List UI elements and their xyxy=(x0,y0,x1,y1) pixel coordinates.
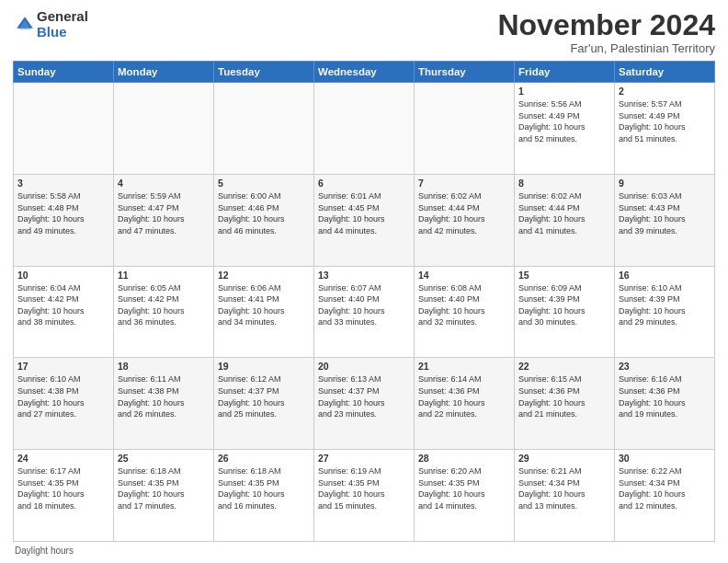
calendar-cell: 11Sunrise: 6:05 AM Sunset: 4:42 PM Dayli… xyxy=(114,266,214,358)
calendar-cell: 12Sunrise: 6:06 AM Sunset: 4:41 PM Dayli… xyxy=(214,266,314,358)
calendar-day-header: Monday xyxy=(114,62,214,83)
day-number: 16 xyxy=(619,270,711,281)
day-number: 20 xyxy=(318,361,410,372)
day-number: 10 xyxy=(17,270,109,281)
day-number: 2 xyxy=(619,86,711,97)
logo-blue: Blue xyxy=(37,25,88,40)
day-info: Sunrise: 6:08 AM Sunset: 4:40 PM Dayligh… xyxy=(418,282,510,328)
day-number: 17 xyxy=(17,361,109,372)
calendar-day-header: Tuesday xyxy=(214,62,314,83)
page: General Blue November 2024 Far'un, Pales… xyxy=(0,0,728,563)
day-number: 26 xyxy=(218,453,310,464)
calendar-cell: 27Sunrise: 6:19 AM Sunset: 4:35 PM Dayli… xyxy=(314,450,415,542)
day-info: Sunrise: 6:17 AM Sunset: 4:35 PM Dayligh… xyxy=(17,465,109,511)
day-info: Sunrise: 5:59 AM Sunset: 4:47 PM Dayligh… xyxy=(118,190,210,236)
logo-general: General xyxy=(37,9,88,25)
calendar-cell: 9Sunrise: 6:03 AM Sunset: 4:43 PM Daylig… xyxy=(615,174,715,266)
calendar-cell: 30Sunrise: 6:22 AM Sunset: 4:34 PM Dayli… xyxy=(615,450,715,542)
day-info: Sunrise: 6:10 AM Sunset: 4:39 PM Dayligh… xyxy=(619,282,711,328)
day-number: 25 xyxy=(118,453,210,464)
day-number: 5 xyxy=(218,178,310,189)
day-number: 13 xyxy=(318,270,410,281)
calendar-day-header: Thursday xyxy=(415,62,515,83)
day-number: 7 xyxy=(418,178,510,189)
calendar-cell: 26Sunrise: 6:18 AM Sunset: 4:35 PM Dayli… xyxy=(214,450,314,542)
day-info: Sunrise: 6:19 AM Sunset: 4:35 PM Dayligh… xyxy=(318,465,410,511)
day-info: Sunrise: 6:16 AM Sunset: 4:36 PM Dayligh… xyxy=(619,373,711,419)
day-info: Sunrise: 6:18 AM Sunset: 4:35 PM Dayligh… xyxy=(218,465,310,511)
calendar-cell: 25Sunrise: 6:18 AM Sunset: 4:35 PM Dayli… xyxy=(114,450,214,542)
day-number: 15 xyxy=(518,270,610,281)
day-info: Sunrise: 5:58 AM Sunset: 4:48 PM Dayligh… xyxy=(17,190,109,236)
calendar-cell: 15Sunrise: 6:09 AM Sunset: 4:39 PM Dayli… xyxy=(515,266,615,358)
day-info: Sunrise: 6:18 AM Sunset: 4:35 PM Dayligh… xyxy=(118,465,210,511)
calendar-week-row: 10Sunrise: 6:04 AM Sunset: 4:42 PM Dayli… xyxy=(14,266,715,358)
day-info: Sunrise: 6:09 AM Sunset: 4:39 PM Dayligh… xyxy=(518,282,610,328)
day-info: Sunrise: 6:20 AM Sunset: 4:35 PM Dayligh… xyxy=(418,465,510,511)
day-info: Sunrise: 6:13 AM Sunset: 4:37 PM Dayligh… xyxy=(318,373,410,419)
day-number: 28 xyxy=(418,453,510,464)
calendar-cell: 3Sunrise: 5:58 AM Sunset: 4:48 PM Daylig… xyxy=(14,174,114,266)
day-info: Sunrise: 6:05 AM Sunset: 4:42 PM Dayligh… xyxy=(118,282,210,328)
calendar-cell: 8Sunrise: 6:02 AM Sunset: 4:44 PM Daylig… xyxy=(515,174,615,266)
calendar-cell: 10Sunrise: 6:04 AM Sunset: 4:42 PM Dayli… xyxy=(14,266,114,358)
calendar-cell: 7Sunrise: 6:02 AM Sunset: 4:44 PM Daylig… xyxy=(415,174,515,266)
day-number: 24 xyxy=(17,453,109,464)
calendar-cell: 2Sunrise: 5:57 AM Sunset: 4:49 PM Daylig… xyxy=(615,83,715,175)
day-number: 12 xyxy=(218,270,310,281)
day-info: Sunrise: 5:56 AM Sunset: 4:49 PM Dayligh… xyxy=(518,98,610,144)
day-info: Sunrise: 6:15 AM Sunset: 4:36 PM Dayligh… xyxy=(518,373,610,419)
calendar-cell: 28Sunrise: 6:20 AM Sunset: 4:35 PM Dayli… xyxy=(415,450,515,542)
day-info: Sunrise: 6:06 AM Sunset: 4:41 PM Dayligh… xyxy=(218,282,310,328)
calendar-day-header: Wednesday xyxy=(314,62,415,83)
day-number: 3 xyxy=(17,178,109,189)
day-info: Sunrise: 6:02 AM Sunset: 4:44 PM Dayligh… xyxy=(418,190,510,236)
day-info: Sunrise: 6:12 AM Sunset: 4:37 PM Dayligh… xyxy=(218,373,310,419)
calendar-day-header: Saturday xyxy=(615,62,715,83)
calendar-cell: 24Sunrise: 6:17 AM Sunset: 4:35 PM Dayli… xyxy=(14,450,114,542)
calendar-cell xyxy=(14,83,114,175)
day-info: Sunrise: 6:22 AM Sunset: 4:34 PM Dayligh… xyxy=(619,465,711,511)
day-number: 18 xyxy=(118,361,210,372)
logo-text: General Blue xyxy=(37,9,88,40)
calendar-week-row: 1Sunrise: 5:56 AM Sunset: 4:49 PM Daylig… xyxy=(14,83,715,175)
calendar-cell: 13Sunrise: 6:07 AM Sunset: 4:40 PM Dayli… xyxy=(314,266,415,358)
calendar-cell: 5Sunrise: 6:00 AM Sunset: 4:46 PM Daylig… xyxy=(214,174,314,266)
day-number: 14 xyxy=(418,270,510,281)
calendar-day-header: Friday xyxy=(515,62,615,83)
day-number: 21 xyxy=(418,361,510,372)
day-number: 8 xyxy=(518,178,610,189)
day-info: Sunrise: 6:02 AM Sunset: 4:44 PM Dayligh… xyxy=(518,190,610,236)
calendar-cell xyxy=(415,83,515,175)
day-number: 30 xyxy=(619,453,711,464)
day-number: 4 xyxy=(118,178,210,189)
calendar-header-row: SundayMondayTuesdayWednesdayThursdayFrid… xyxy=(14,62,715,83)
calendar-cell xyxy=(114,83,214,175)
calendar-cell: 21Sunrise: 6:14 AM Sunset: 4:36 PM Dayli… xyxy=(415,358,515,450)
calendar-day-header: Sunday xyxy=(14,62,114,83)
calendar-week-row: 24Sunrise: 6:17 AM Sunset: 4:35 PM Dayli… xyxy=(14,450,715,542)
calendar-cell: 20Sunrise: 6:13 AM Sunset: 4:37 PM Dayli… xyxy=(314,358,415,450)
day-number: 22 xyxy=(518,361,610,372)
footer-note: Daylight hours xyxy=(13,546,715,556)
title-block: November 2024 Far'un, Palestinian Territ… xyxy=(497,9,715,55)
calendar-week-row: 3Sunrise: 5:58 AM Sunset: 4:48 PM Daylig… xyxy=(14,174,715,266)
logo: General Blue xyxy=(13,9,88,40)
day-number: 6 xyxy=(318,178,410,189)
calendar-cell: 16Sunrise: 6:10 AM Sunset: 4:39 PM Dayli… xyxy=(615,266,715,358)
day-number: 19 xyxy=(218,361,310,372)
calendar-cell: 1Sunrise: 5:56 AM Sunset: 4:49 PM Daylig… xyxy=(515,83,615,175)
calendar-cell: 14Sunrise: 6:08 AM Sunset: 4:40 PM Dayli… xyxy=(415,266,515,358)
month-title: November 2024 xyxy=(497,9,715,41)
day-info: Sunrise: 6:10 AM Sunset: 4:38 PM Dayligh… xyxy=(17,373,109,419)
logo-icon xyxy=(15,15,35,35)
day-info: Sunrise: 6:14 AM Sunset: 4:36 PM Dayligh… xyxy=(418,373,510,419)
header: General Blue November 2024 Far'un, Pales… xyxy=(13,9,715,55)
calendar-cell: 22Sunrise: 6:15 AM Sunset: 4:36 PM Dayli… xyxy=(515,358,615,450)
day-info: Sunrise: 6:01 AM Sunset: 4:45 PM Dayligh… xyxy=(318,190,410,236)
day-info: Sunrise: 6:21 AM Sunset: 4:34 PM Dayligh… xyxy=(518,465,610,511)
calendar: SundayMondayTuesdayWednesdayThursdayFrid… xyxy=(13,61,715,542)
calendar-cell: 18Sunrise: 6:11 AM Sunset: 4:38 PM Dayli… xyxy=(114,358,214,450)
day-info: Sunrise: 6:07 AM Sunset: 4:40 PM Dayligh… xyxy=(318,282,410,328)
calendar-cell xyxy=(314,83,415,175)
